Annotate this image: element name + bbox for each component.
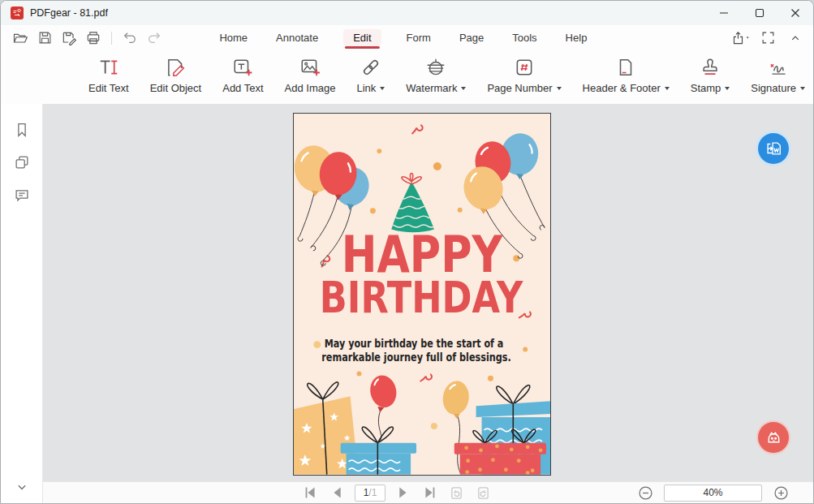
add-text-icon [232,54,253,78]
edit-text-button[interactable]: Edit Text [82,50,136,94]
signature-button[interactable]: Signature [744,50,812,94]
dropdown-caret-icon [800,87,805,90]
page-number-button[interactable]: Page Number [480,50,567,94]
page-navigation: 1/1 [301,482,493,503]
stamp-icon [700,54,721,78]
rotate-right-button[interactable] [473,483,493,502]
sidebar-item-page-thumbnails[interactable] [9,149,35,175]
zoom-controls: 40% [635,482,790,503]
add-image-icon [299,54,321,78]
pdfgear-logo-icon [11,6,24,19]
card-title-line2: BIRTHDAY [320,273,523,322]
tab-page[interactable]: Page [456,29,487,46]
minimize-button[interactable] [706,1,742,25]
link-icon [360,54,381,78]
dropdown-caret-icon [665,87,670,90]
sidebar-item-bookmarks[interactable] [9,117,35,143]
tool-label: Add Text [222,82,263,94]
maximize-button[interactable] [742,1,777,25]
status-bar: 1/1 [43,481,813,503]
convert-to-word-button[interactable] [758,133,789,164]
menu-actions [730,28,805,48]
ai-robot-icon [764,429,783,447]
redo-button[interactable] [144,28,164,48]
tab-edit[interactable]: Edit [343,29,381,46]
toolbar-separator [111,32,112,45]
undo-button[interactable] [120,28,140,48]
edit-text-icon [98,54,119,78]
page-indicator[interactable]: 1/1 [355,485,385,502]
tool-label: Page Number [487,82,552,94]
dropdown-caret-icon [461,87,466,90]
tool-label: Edit Object [150,82,202,94]
document-canvas[interactable]: HAPPY BIRTHDAY May your birthday be the … [43,104,813,481]
signature-icon [767,54,790,78]
last-page-button[interactable] [420,483,439,502]
zoom-in-button[interactable] [771,483,790,502]
link-button[interactable]: Link [350,50,391,94]
title-bar: PDFgear - 81.pdf [1,1,813,25]
print-button[interactable] [84,28,103,48]
tool-label: Stamp [691,82,721,94]
tab-form[interactable]: Form [403,29,434,46]
next-page-button[interactable] [393,483,412,502]
page-number-icon [514,54,535,78]
open-file-button[interactable] [11,28,30,48]
tab-annotate[interactable]: Annotate [273,29,321,46]
tool-label: Header & Footer [583,82,661,94]
fullscreen-button[interactable] [758,28,777,48]
left-sidebar [1,104,43,503]
dropdown-caret-icon [380,87,385,90]
rotate-left-button[interactable] [446,483,466,502]
tab-help[interactable]: Help [562,29,591,46]
add-text-button[interactable]: Add Text [216,50,269,94]
first-page-button[interactable] [301,483,321,502]
quick-access-toolbar [11,28,164,48]
convert-to-word-icon [764,140,782,157]
tool-label: Add Image [285,82,336,94]
pdf-page[interactable]: HAPPY BIRTHDAY May your birthday be the … [293,113,551,476]
share-button[interactable] [730,28,750,48]
menu-bar: Home Annotate Edit Form Page Tools Help [1,25,813,50]
edit-object-icon [165,54,186,78]
page-total: 1 [372,487,377,498]
tool-label: Watermark [406,82,457,94]
zoom-level-value: 40% [703,487,722,498]
zoom-out-button[interactable] [635,483,655,502]
save-as-button[interactable] [59,28,79,48]
header-footer-icon [615,54,636,78]
card-message-line2: remarkable journey full of blessings. [321,351,511,364]
zoom-level-input[interactable]: 40% [664,485,762,502]
collapse-toolbar-button[interactable] [786,28,805,48]
card-message-line1: May your birthday be the start of a [325,337,504,350]
previous-page-button[interactable] [328,483,347,502]
main-area: HAPPY BIRTHDAY May your birthday be the … [1,104,813,503]
watermark-button[interactable]: Watermark [399,50,472,94]
dropdown-caret-icon [557,87,562,90]
dropdown-caret-icon [725,87,730,90]
watermark-icon [425,54,446,78]
tool-label: Link [356,82,376,94]
collapse-panel-button[interactable] [9,474,35,500]
document-column: HAPPY BIRTHDAY May your birthday be the … [43,104,813,503]
page-current: 1 [364,487,369,498]
close-button[interactable] [777,1,813,25]
birthday-card-artwork: HAPPY BIRTHDAY May your birthday be the … [294,114,550,475]
stamp-button[interactable]: Stamp [684,50,737,94]
sidebar-item-comments[interactable] [9,182,35,208]
tool-label: Edit Text [88,82,129,94]
save-button[interactable] [35,28,54,48]
add-image-button[interactable]: Add Image [278,50,342,94]
tool-label: Signature [751,82,796,94]
menu-tabs: Home Annotate Edit Form Page Tools Help [216,29,590,46]
header-footer-button[interactable]: Header & Footer [576,50,676,94]
edit-ribbon: Edit Text Edit Object Add Text Add Image [1,50,813,104]
tab-home[interactable]: Home [216,29,251,46]
app-window: PDFgear - 81.pdf [0,0,814,504]
edit-object-button[interactable]: Edit Object [144,50,209,94]
tab-tools[interactable]: Tools [509,29,540,46]
ai-assistant-button[interactable] [758,422,789,453]
window-title: PDFgear - 81.pdf [30,7,706,19]
